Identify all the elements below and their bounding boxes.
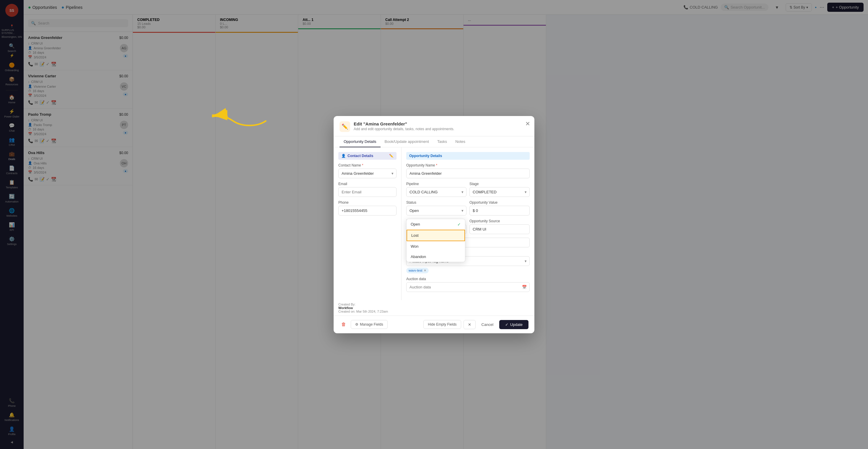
pipeline-label: Pipeline xyxy=(406,182,466,186)
phone-label: Phone xyxy=(338,200,397,204)
created-info: Created By: Workflow Created on: Mar 5th… xyxy=(334,300,534,316)
stage-select[interactable]: COMPLETED xyxy=(469,187,530,197)
tab-notes[interactable]: Notes xyxy=(451,136,469,147)
tab-tasks[interactable]: Tasks xyxy=(433,136,451,147)
cancel-button[interactable]: Cancel xyxy=(478,320,497,329)
status-value-row: Status Open Open ✓ xyxy=(406,200,530,219)
required-indicator: * xyxy=(362,163,364,167)
manage-fields-button[interactable]: ⚙ Manage Fields xyxy=(351,320,388,329)
pipeline-select-wrapper: COLD CALLING xyxy=(406,187,466,197)
edit-contact-icon[interactable]: ✏️ xyxy=(389,154,394,158)
tag-remove-btn[interactable]: ✕ xyxy=(424,269,426,272)
opp-name-input[interactable] xyxy=(406,168,530,178)
contact-name-select[interactable]: Amina Greenfelder xyxy=(338,168,397,178)
modal-tabs: Opportunity Details Book/Update appointm… xyxy=(334,136,534,147)
edit-opportunity-modal: ✏️ Edit "Amina Greenfelder" Add and edit… xyxy=(334,116,534,333)
close-sm-button[interactable]: ✕ xyxy=(464,320,476,329)
update-button[interactable]: ✓ Update xyxy=(499,320,528,329)
calendar-auction-icon: 📅 xyxy=(522,285,527,289)
opp-value-label: Opportunity Value xyxy=(469,200,530,204)
contact-section-icon: 👤 xyxy=(341,154,346,158)
stage-label: Stage xyxy=(469,182,530,186)
pipeline-select[interactable]: COLD CALLING xyxy=(406,187,466,197)
contact-name-select-wrapper: Amina Greenfelder xyxy=(338,168,397,178)
phone-group: Phone xyxy=(338,200,397,216)
pencil-icon: ✏️ xyxy=(342,123,348,130)
auction-input-wrapper: 📅 xyxy=(406,282,530,292)
opp-name-group: Opportunity Name * xyxy=(406,163,530,178)
opp-source-group: Opportunity Source xyxy=(469,219,530,234)
opportunity-details-header: Opportunity Details xyxy=(406,152,530,160)
delete-button[interactable]: 🗑 xyxy=(340,320,348,329)
modal-left-panel: 👤 Contact Details ✏️ Contact Name * Amin… xyxy=(334,147,402,300)
modal-right-panel: Opportunity Details Opportunity Name * P… xyxy=(402,147,534,300)
footer-right: Hide Empty Fields ✕ Cancel ✓ Update xyxy=(423,320,528,329)
auction-group: Auction data 📅 xyxy=(406,277,530,292)
phone-input[interactable] xyxy=(338,206,397,216)
pipeline-stage-row: Pipeline COLD CALLING Stage xyxy=(406,182,530,200)
status-option-won[interactable]: Won xyxy=(407,241,465,252)
opp-name-label: Opportunity Name * xyxy=(406,163,530,167)
stage-group: Stage COMPLETED xyxy=(469,182,530,197)
contact-name-group: Contact Name * Amina Greenfelder xyxy=(338,163,397,178)
email-label: Email xyxy=(338,182,397,186)
status-select-wrapper: Open xyxy=(406,206,466,216)
tags-applied: wavv-test ✕ xyxy=(406,268,530,274)
modal-header: ✏️ Edit "Amina Greenfelder" Add and edit… xyxy=(334,116,534,136)
check-icon-open: ✓ xyxy=(457,222,461,227)
modal-footer: 🗑 ⚙ Manage Fields Hide Empty Fields ✕ Ca… xyxy=(334,316,534,333)
tag-wavv-test: wavv-test ✕ xyxy=(406,268,429,274)
contact-details-header: 👤 Contact Details ✏️ xyxy=(338,152,397,160)
opp-value-input[interactable] xyxy=(469,206,530,216)
opp-source-input[interactable] xyxy=(469,224,530,234)
tab-book-appointment[interactable]: Book/Update appointment xyxy=(380,136,433,147)
check-update-icon: ✓ xyxy=(505,322,508,327)
footer-left: 🗑 ⚙ Manage Fields xyxy=(340,320,388,329)
status-option-lost[interactable]: Lost xyxy=(407,230,465,241)
modal-close-button[interactable]: ✕ xyxy=(525,120,530,127)
modal-icon: ✏️ xyxy=(340,121,350,132)
manage-fields-icon: ⚙ xyxy=(355,322,359,326)
opp-value-group: Opportunity Value xyxy=(469,200,530,216)
status-select[interactable]: Open xyxy=(406,206,466,216)
status-option-open[interactable]: Open ✓ xyxy=(407,219,465,230)
status-dropdown: Open ✓ Lost Won Abandon xyxy=(406,219,465,262)
modal-overlay[interactable]: ✏️ Edit "Amina Greenfelder" Add and edit… xyxy=(24,0,868,449)
contact-name-label: Contact Name * xyxy=(338,163,397,167)
tab-opportunity-details[interactable]: Opportunity Details xyxy=(340,136,380,147)
hide-empty-fields-button[interactable]: Hide Empty Fields xyxy=(423,320,461,329)
status-label: Status xyxy=(406,200,466,204)
modal-body: 👤 Contact Details ✏️ Contact Name * Amin… xyxy=(334,147,534,300)
stage-select-wrapper: COMPLETED xyxy=(469,187,530,197)
email-group: Email xyxy=(338,182,397,197)
opp-source-label: Opportunity Source xyxy=(469,219,530,223)
app-wrapper: ● Opportunities ● Pipelines 📞 COLD CALLI… xyxy=(24,0,868,449)
opp-required: * xyxy=(436,163,437,167)
status-group: Status Open Open ✓ xyxy=(406,200,466,216)
status-option-abandon[interactable]: Abandon xyxy=(407,252,465,262)
modal-title-area: Edit "Amina Greenfelder" Add and edit op… xyxy=(354,121,454,131)
auction-label: Auction data xyxy=(406,277,530,281)
email-input[interactable] xyxy=(338,187,397,197)
auction-input[interactable] xyxy=(406,282,530,292)
pipeline-group: Pipeline COLD CALLING xyxy=(406,182,466,197)
